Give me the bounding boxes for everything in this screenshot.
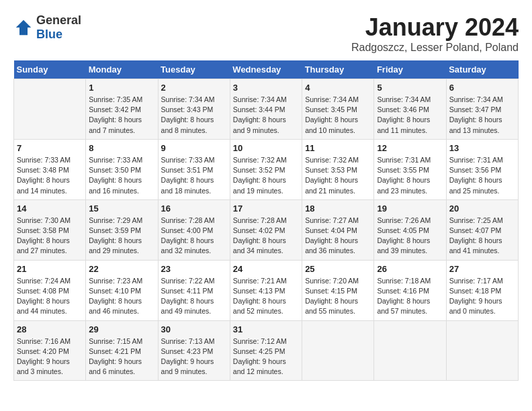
header-row: SundayMondayTuesdayWednesdayThursdayFrid…: [14, 60, 519, 79]
calendar-cell: 31Sunrise: 7:12 AMSunset: 4:25 PMDayligh…: [230, 320, 302, 381]
day-number: 8: [89, 143, 154, 153]
day-info: Sunrise: 7:31 AMSunset: 3:55 PMDaylight:…: [377, 155, 443, 196]
day-number: 16: [161, 203, 227, 214]
day-info: Sunrise: 7:21 AMSunset: 4:13 PMDaylight:…: [233, 276, 299, 317]
main-title: January 2024: [351, 13, 519, 42]
day-info: Sunrise: 7:18 AMSunset: 4:16 PMDaylight:…: [377, 276, 443, 317]
day-info: Sunrise: 7:15 AMSunset: 4:21 PMDaylight:…: [89, 336, 154, 377]
calendar-cell: 21Sunrise: 7:24 AMSunset: 4:08 PMDayligh…: [14, 260, 86, 320]
day-number: 31: [233, 324, 299, 334]
calendar-table: SundayMondayTuesdayWednesdayThursdayFrid…: [13, 60, 519, 381]
day-info: Sunrise: 7:34 AMSunset: 3:47 PMDaylight:…: [449, 95, 515, 136]
logo-icon: [13, 17, 34, 38]
calendar-cell: 11Sunrise: 7:32 AMSunset: 3:53 PMDayligh…: [302, 139, 374, 199]
week-row-3: 21Sunrise: 7:24 AMSunset: 4:08 PMDayligh…: [14, 260, 519, 320]
calendar-cell: 25Sunrise: 7:20 AMSunset: 4:15 PMDayligh…: [302, 260, 374, 320]
day-number: 9: [161, 143, 227, 153]
day-info: Sunrise: 7:33 AMSunset: 3:51 PMDaylight:…: [161, 155, 227, 196]
logo-blue: Blue: [36, 28, 62, 41]
day-info: Sunrise: 7:32 AMSunset: 3:53 PMDaylight:…: [305, 155, 371, 196]
day-number: 25: [305, 264, 371, 274]
week-row-1: 7Sunrise: 7:33 AMSunset: 3:48 PMDaylight…: [14, 139, 519, 199]
header-friday: Friday: [374, 60, 446, 79]
day-info: Sunrise: 7:33 AMSunset: 3:50 PMDaylight:…: [89, 155, 154, 196]
calendar-cell: 22Sunrise: 7:23 AMSunset: 4:10 PMDayligh…: [86, 260, 158, 320]
day-number: 22: [89, 264, 154, 274]
calendar-cell: 19Sunrise: 7:26 AMSunset: 4:05 PMDayligh…: [374, 199, 446, 260]
day-info: Sunrise: 7:34 AMSunset: 3:44 PMDaylight:…: [233, 95, 299, 136]
calendar-cell: 12Sunrise: 7:31 AMSunset: 3:55 PMDayligh…: [374, 139, 446, 199]
logo-text: General Blue: [36, 13, 81, 42]
calendar-cell: [14, 79, 86, 140]
calendar-cell: 17Sunrise: 7:28 AMSunset: 4:02 PMDayligh…: [230, 199, 302, 260]
calendar-cell: 27Sunrise: 7:17 AMSunset: 4:18 PMDayligh…: [446, 260, 518, 320]
calendar-cell: 15Sunrise: 7:29 AMSunset: 3:59 PMDayligh…: [86, 199, 158, 260]
page-header: General Blue January 2024 Radgoszcz, Les…: [13, 13, 519, 54]
calendar-cell: 7Sunrise: 7:33 AMSunset: 3:48 PMDaylight…: [14, 139, 86, 199]
day-info: Sunrise: 7:30 AMSunset: 3:58 PMDaylight:…: [17, 216, 83, 257]
day-number: 20: [449, 203, 515, 214]
calendar-cell: 14Sunrise: 7:30 AMSunset: 3:58 PMDayligh…: [14, 199, 86, 260]
header-tuesday: Tuesday: [158, 60, 230, 79]
day-info: Sunrise: 7:25 AMSunset: 4:07 PMDaylight:…: [449, 216, 515, 257]
calendar-cell: 20Sunrise: 7:25 AMSunset: 4:07 PMDayligh…: [446, 199, 518, 260]
header-thursday: Thursday: [302, 60, 374, 79]
day-number: 13: [449, 143, 515, 153]
calendar-cell: 10Sunrise: 7:32 AMSunset: 3:52 PMDayligh…: [230, 139, 302, 199]
calendar-cell: 13Sunrise: 7:31 AMSunset: 3:56 PMDayligh…: [446, 139, 518, 199]
calendar-cell: 8Sunrise: 7:33 AMSunset: 3:50 PMDaylight…: [86, 139, 158, 199]
logo-general: General: [36, 13, 81, 27]
day-number: 27: [449, 264, 515, 274]
calendar-cell: 28Sunrise: 7:16 AMSunset: 4:20 PMDayligh…: [14, 320, 86, 381]
day-info: Sunrise: 7:24 AMSunset: 4:08 PMDaylight:…: [17, 276, 83, 317]
header-sunday: Sunday: [14, 60, 86, 79]
day-number: 7: [17, 143, 83, 153]
subtitle: Radgoszcz, Lesser Poland, Poland: [351, 42, 519, 54]
title-block: January 2024 Radgoszcz, Lesser Poland, P…: [351, 13, 519, 54]
day-number: 23: [161, 264, 227, 274]
calendar-cell: [374, 320, 446, 381]
day-number: 30: [161, 324, 227, 334]
day-info: Sunrise: 7:29 AMSunset: 3:59 PMDaylight:…: [89, 216, 154, 257]
day-info: Sunrise: 7:13 AMSunset: 4:23 PMDaylight:…: [161, 336, 227, 377]
day-number: 19: [377, 203, 443, 214]
day-number: 3: [233, 83, 299, 93]
day-info: Sunrise: 7:34 AMSunset: 3:43 PMDaylight:…: [161, 95, 227, 136]
header-saturday: Saturday: [446, 60, 518, 79]
day-number: 24: [233, 264, 299, 274]
logo: General Blue: [13, 13, 81, 42]
day-info: Sunrise: 7:26 AMSunset: 4:05 PMDaylight:…: [377, 216, 443, 257]
week-row-0: 1Sunrise: 7:35 AMSunset: 3:42 PMDaylight…: [14, 79, 519, 140]
week-row-2: 14Sunrise: 7:30 AMSunset: 3:58 PMDayligh…: [14, 199, 519, 260]
calendar-cell: [446, 320, 518, 381]
day-number: 4: [305, 83, 371, 93]
calendar-cell: [302, 320, 374, 381]
day-info: Sunrise: 7:35 AMSunset: 3:42 PMDaylight:…: [89, 95, 154, 136]
day-info: Sunrise: 7:22 AMSunset: 4:11 PMDaylight:…: [161, 276, 227, 317]
day-number: 26: [377, 264, 443, 274]
day-number: 28: [17, 324, 83, 334]
day-number: 2: [161, 83, 227, 93]
day-number: 12: [377, 143, 443, 153]
day-info: Sunrise: 7:28 AMSunset: 4:02 PMDaylight:…: [233, 216, 299, 257]
calendar-cell: 30Sunrise: 7:13 AMSunset: 4:23 PMDayligh…: [158, 320, 230, 381]
day-number: 1: [89, 83, 154, 93]
day-info: Sunrise: 7:28 AMSunset: 4:00 PMDaylight:…: [161, 216, 227, 257]
calendar-cell: 2Sunrise: 7:34 AMSunset: 3:43 PMDaylight…: [158, 79, 230, 140]
header-wednesday: Wednesday: [230, 60, 302, 79]
calendar-cell: 26Sunrise: 7:18 AMSunset: 4:16 PMDayligh…: [374, 260, 446, 320]
day-number: 11: [305, 143, 371, 153]
calendar-cell: 29Sunrise: 7:15 AMSunset: 4:21 PMDayligh…: [86, 320, 158, 381]
day-number: 29: [89, 324, 154, 334]
day-info: Sunrise: 7:23 AMSunset: 4:10 PMDaylight:…: [89, 276, 154, 317]
calendar-cell: 4Sunrise: 7:34 AMSunset: 3:45 PMDaylight…: [302, 79, 374, 140]
day-number: 18: [305, 203, 371, 214]
calendar-cell: 18Sunrise: 7:27 AMSunset: 4:04 PMDayligh…: [302, 199, 374, 260]
header-monday: Monday: [86, 60, 158, 79]
day-info: Sunrise: 7:17 AMSunset: 4:18 PMDaylight:…: [449, 276, 515, 317]
day-info: Sunrise: 7:12 AMSunset: 4:25 PMDaylight:…: [233, 336, 299, 377]
day-info: Sunrise: 7:33 AMSunset: 3:48 PMDaylight:…: [17, 155, 83, 196]
day-number: 14: [17, 203, 83, 214]
week-row-4: 28Sunrise: 7:16 AMSunset: 4:20 PMDayligh…: [14, 320, 519, 381]
day-info: Sunrise: 7:31 AMSunset: 3:56 PMDaylight:…: [449, 155, 515, 196]
